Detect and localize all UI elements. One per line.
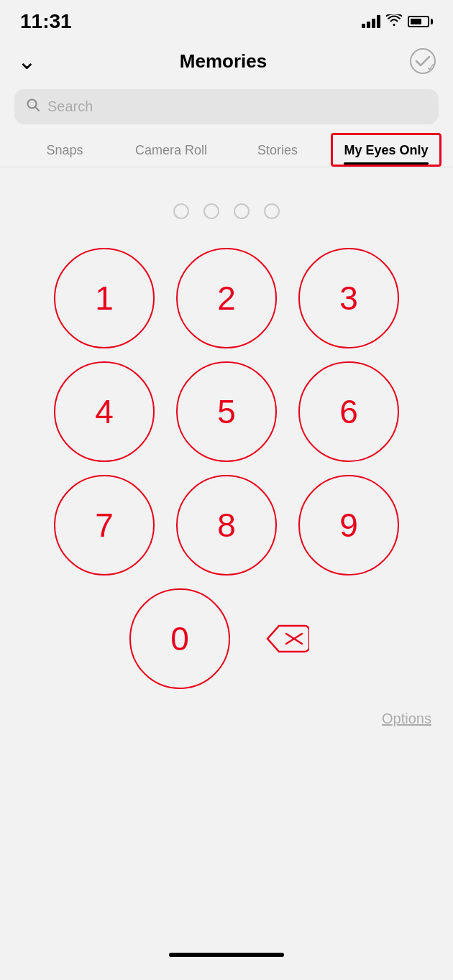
key-0[interactable]: 0 <box>129 588 230 689</box>
keypad-row-2: 4 5 6 <box>54 361 399 462</box>
key-5[interactable]: 5 <box>176 361 277 462</box>
key-2[interactable]: 2 <box>176 248 277 348</box>
svg-line-1 <box>35 107 39 111</box>
options-link[interactable]: Options <box>382 711 431 727</box>
key-7[interactable]: 7 <box>54 475 155 575</box>
status-time: 11:31 <box>20 10 72 33</box>
keypad-row-3: 7 8 9 <box>54 475 399 575</box>
options-row: Options <box>0 689 453 727</box>
home-bar <box>169 953 284 957</box>
key-8[interactable]: 8 <box>176 475 277 575</box>
key-6[interactable]: 6 <box>298 361 399 462</box>
key-9[interactable]: 9 <box>298 475 399 575</box>
pin-dot-3 <box>234 203 250 219</box>
pin-dot-1 <box>173 203 189 219</box>
pin-dot-2 <box>203 203 219 219</box>
pin-dots-area <box>0 203 453 219</box>
pin-dot-4 <box>264 203 280 219</box>
tabs-bar: Snaps Camera Roll Stories My Eyes Only <box>0 133 453 167</box>
status-icons <box>362 14 433 29</box>
key-3[interactable]: 3 <box>298 248 399 348</box>
status-bar: 11:31 <box>0 0 453 39</box>
page-title: Memories <box>180 50 267 73</box>
keypad-row-4: 0 <box>129 588 324 689</box>
key-4[interactable]: 4 <box>54 361 155 462</box>
back-button[interactable]: ⌄ <box>17 47 37 75</box>
wifi-icon <box>386 14 402 29</box>
select-button[interactable] <box>410 48 436 74</box>
signal-icon <box>362 15 380 28</box>
tab-camera-roll[interactable]: Camera Roll <box>118 133 224 167</box>
tab-snaps[interactable]: Snaps <box>12 133 118 167</box>
tab-stories[interactable]: Stories <box>224 133 331 167</box>
delete-button[interactable] <box>252 610 324 667</box>
search-bar[interactable]: Search <box>14 89 439 124</box>
tab-my-eyes-only[interactable]: My Eyes Only <box>331 133 441 167</box>
search-icon <box>26 98 40 116</box>
battery-icon <box>408 16 433 27</box>
search-placeholder: Search <box>47 98 93 115</box>
keypad: 1 2 3 4 5 6 7 8 9 0 <box>0 248 453 689</box>
key-1[interactable]: 1 <box>54 248 155 348</box>
home-indicator <box>0 938 453 969</box>
header: ⌄ Memories <box>0 39 453 86</box>
keypad-row-1: 1 2 3 <box>54 248 399 348</box>
